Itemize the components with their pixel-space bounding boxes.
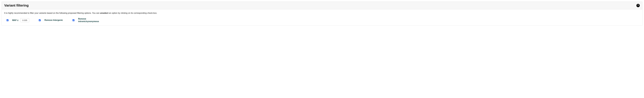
desc-pre: It is highly recommended to filter your … [4,12,100,14]
help-icon[interactable]: ? [636,4,640,7]
intronic-checkbox[interactable] [72,19,74,21]
filter-maf: MAF ≤ [6,18,29,22]
variant-filtering-panel: Variant filtering ? It is highly recomme… [2,1,642,26]
filter-intergenic: Remove Intergenic [38,19,63,22]
filters-row: MAF ≤ Remove Intergenic Remove intronic/… [4,18,640,23]
intergenic-label: Remove Intergenic [44,19,63,21]
maf-input[interactable] [20,18,29,22]
panel-title: Variant filtering [4,3,28,7]
intronic-label-line1: Remove [78,18,86,20]
maf-group: MAF ≤ [12,18,29,22]
panel-description: It is highly recommended to filter your … [4,12,640,14]
maf-checkbox[interactable] [6,19,8,21]
desc-post: an option by clicking on its correspondi… [108,12,157,14]
intergenic-checkbox[interactable] [39,19,41,21]
panel-body: It is highly recommended to filter your … [2,9,642,25]
panel-header: Variant filtering ? [2,2,642,9]
desc-bold: unselect [100,12,108,14]
filter-intronic: Remove intronic/synonymous [72,18,99,23]
intronic-label-line2: intronic/synonymous [78,20,99,22]
intronic-label: Remove intronic/synonymous [78,18,99,23]
maf-label: MAF ≤ [12,19,18,21]
